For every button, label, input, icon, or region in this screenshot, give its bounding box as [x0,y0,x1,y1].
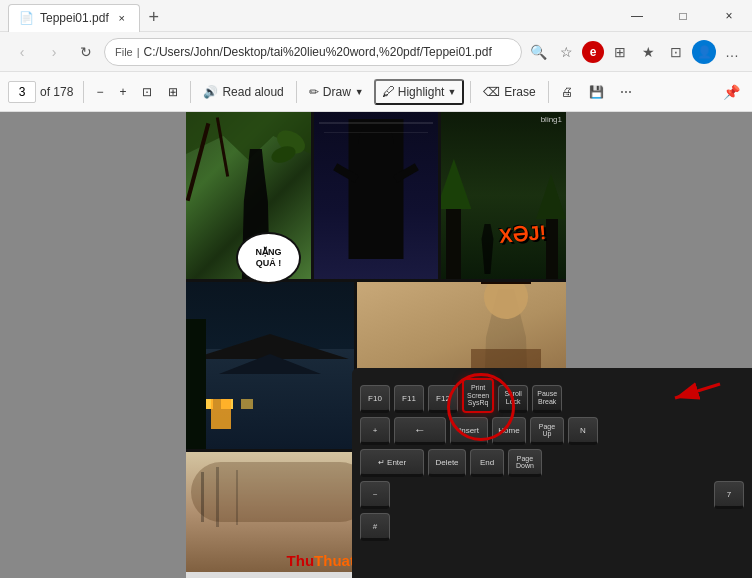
key-enter[interactable]: ↵ Enter [360,449,424,477]
highlight-dropdown-icon: ▼ [447,87,456,97]
address-icons: 🔍 ☆ e ⊞ ★ ⊡ 👤 … [526,40,744,64]
draw-icon: ✏ [309,85,319,99]
url-bar[interactable]: File | C:/Users/John/Desktop/tai%20lieu%… [104,38,522,66]
key-highlight-circle [447,373,515,441]
kb-row-4: ~ 7 [360,481,744,509]
svg-line-1 [675,384,720,398]
tab-label: Teppei01.pdf [40,11,109,25]
tab-bar: 📄 Teppei01.pdf × + [8,0,168,32]
title-bar: 📄 Teppei01.pdf × + — □ × [0,0,752,32]
zoom-in-icon: + [119,85,126,99]
erase-label: Erase [504,85,535,99]
highlight-icon: 🖊 [382,84,395,99]
door [211,399,231,429]
head [359,119,394,169]
window-3 [241,399,253,409]
print-button[interactable]: 🖨 [555,79,579,105]
window-controls: — □ × [614,0,752,32]
minimize-button[interactable]: — [614,0,660,32]
pin-button[interactable]: 📌 [718,79,744,105]
favorites-icon[interactable]: ☆ [554,40,578,64]
extensions-icon[interactable]: ⊞ [608,40,632,64]
close-button[interactable]: × [706,0,752,32]
hair [481,282,531,284]
draw-button[interactable]: ✏ Draw ▼ [303,79,370,105]
key-tilde[interactable]: ~ [360,481,390,509]
url-separator: | [137,46,140,58]
key-plus[interactable]: + [360,417,390,445]
panel-2 [314,112,442,279]
key-backspace[interactable]: ← [394,417,446,445]
tab-close-button[interactable]: × [115,11,129,25]
key-pause[interactable]: PauseBreak [532,385,562,413]
kb-row-3: ↵ Enter Delete End PageDown [360,449,744,477]
key-numpad-n[interactable]: N [568,417,598,445]
speech-bubble: NẶNG QUÁ ! [236,232,301,284]
key-numpad-7[interactable]: 7 [714,481,744,509]
fit-page-button[interactable]: ⊡ [136,79,158,105]
edge-icon: e [582,41,604,63]
page-navigation: of 178 [8,81,73,103]
watermark-thu: Thu [287,552,315,569]
erase-icon: ⌫ [483,85,500,99]
separator-3 [296,81,297,103]
settings-icon[interactable]: … [720,40,744,64]
key-f11[interactable]: F11 [394,385,424,413]
read-aloud-label: Read aloud [222,85,283,99]
search-icon[interactable]: 🔍 [526,40,550,64]
page-total: of 178 [40,85,73,99]
fx-text: XƏJ! [498,220,547,248]
print-icon: 🖨 [561,85,573,99]
key-hash[interactable]: # [360,513,390,541]
tree-trunk-1 [446,199,461,279]
pdf-tab[interactable]: 📄 Teppei01.pdf × [8,4,140,32]
keyboard-overlay: F10 F11 F12 PrintScreenSysRq ScrollLock … [352,368,752,578]
pin-icon: 📌 [723,84,740,100]
tree-dark [186,319,206,449]
zoom-out-icon: − [96,85,103,99]
read-aloud-button[interactable]: 🔊 Read aloud [197,79,289,105]
page-input[interactable] [8,81,36,103]
more-tools-button[interactable]: ⋯ [614,79,638,105]
pdf-toolbar: of 178 − + ⊡ ⊞ 🔊 Read aloud ✏ Draw ▼ 🖊 H… [0,72,752,112]
fold-line-1 [201,472,204,522]
erase-button[interactable]: ⌫ Erase [477,79,541,105]
kb-row-5: # [360,513,744,541]
separator-4 [470,81,471,103]
panel-mid-left [186,282,357,449]
page-view-button[interactable]: ⊞ [162,79,184,105]
key-pagedown[interactable]: PageDown [508,449,542,477]
profile-button[interactable]: 👤 [692,40,716,64]
back-button[interactable]: ‹ [8,38,36,66]
panel-3: bling1 [441,112,566,279]
draw-label: Draw [323,85,351,99]
save-button[interactable]: 💾 [583,79,610,105]
favorites-star-icon[interactable]: ★ [636,40,660,64]
forward-button[interactable]: › [40,38,68,66]
refresh-button[interactable]: ↻ [72,38,100,66]
jump-silhouette [349,119,404,259]
page-label: bling1 [541,115,562,124]
highlight-button[interactable]: 🖊 Highlight ▼ [374,79,465,105]
zoom-out-button[interactable]: − [90,79,109,105]
speech-bubble-text: NẶNG QUÁ ! [256,247,282,269]
url-text: C:/Users/John/Desktop/tai%20lieu%20word,… [144,45,511,59]
page-view-icon: ⊞ [168,85,178,99]
key-delete[interactable]: Delete [428,449,466,477]
collection-icon[interactable]: ⊡ [664,40,688,64]
separator-1 [83,81,84,103]
separator-5 [548,81,549,103]
read-aloud-icon: 🔊 [203,85,218,99]
key-pageup[interactable]: PageUp [530,417,564,445]
motion-line-2 [324,132,429,133]
key-end[interactable]: End [470,449,504,477]
red-arrow [660,376,730,410]
key-f10[interactable]: F10 [360,385,390,413]
leaf-2 [269,143,298,166]
highlight-label: Highlight [398,85,445,99]
maximize-button[interactable]: □ [660,0,706,32]
new-tab-button[interactable]: + [140,4,168,32]
zoom-in-button[interactable]: + [113,79,132,105]
more-icon: ⋯ [620,85,632,99]
tab-favicon: 📄 [19,11,34,25]
